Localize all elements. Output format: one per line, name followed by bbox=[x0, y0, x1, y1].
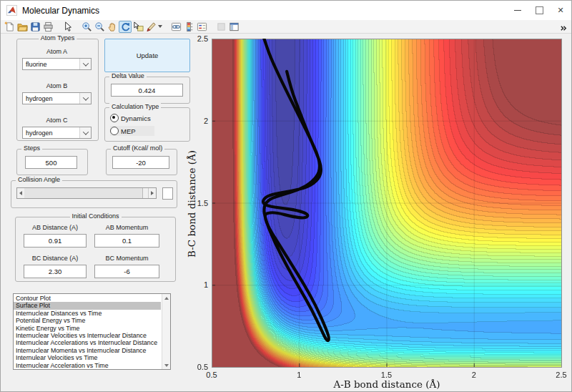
mep-radio-label: MEP bbox=[121, 127, 136, 135]
app-window: Molecular Dynamics ✕ bbox=[0, 0, 572, 392]
atom-a-label: Atom A bbox=[16, 48, 97, 55]
update-button[interactable]: Update bbox=[104, 39, 190, 72]
overflow-chevrons-icon bbox=[560, 24, 568, 32]
arrow-up-icon bbox=[164, 297, 169, 300]
steps-input[interactable] bbox=[25, 156, 77, 169]
figure-toolbar bbox=[1, 20, 571, 34]
initial-conditions-title: Initial Conditions bbox=[69, 212, 121, 220]
zoom-out-icon bbox=[94, 21, 105, 32]
dynamics-radio-label: Dynamics bbox=[121, 114, 151, 122]
maximize-button[interactable] bbox=[528, 1, 550, 20]
insert-colorbar-button[interactable] bbox=[182, 21, 195, 33]
close-button[interactable]: ✕ bbox=[550, 1, 571, 20]
atom-b-dropdown-button[interactable] bbox=[79, 93, 91, 104]
radio-selected-icon[interactable] bbox=[110, 114, 119, 122]
hide-plot-tools-button[interactable] bbox=[214, 21, 227, 33]
toolbar-overflow-button[interactable] bbox=[560, 22, 568, 35]
contour-plot-canvas[interactable] bbox=[212, 39, 562, 368]
plot-type-option[interactable]: Internuclear Momenta vs Internuclear Dis… bbox=[14, 347, 161, 354]
arrow-right-icon bbox=[151, 191, 154, 195]
window-title: Molecular Dynamics bbox=[22, 6, 99, 16]
brush-icon bbox=[146, 21, 157, 32]
plot-type-option[interactable]: Potential Energy vs Time bbox=[14, 317, 161, 324]
slider-right-arrow-button[interactable] bbox=[148, 188, 156, 198]
insert-legend-button[interactable] bbox=[195, 21, 208, 33]
plot-type-option[interactable]: Contour Plot bbox=[14, 295, 161, 302]
collision-angle-input[interactable] bbox=[162, 187, 173, 200]
plot-type-option[interactable]: Internuclear Distances vs Time bbox=[14, 310, 161, 317]
atom-c-select[interactable]: hydrogen bbox=[22, 127, 92, 139]
chevron-down-icon bbox=[82, 129, 88, 134]
print-figure-button[interactable] bbox=[41, 21, 54, 33]
chevron-down-icon bbox=[82, 94, 88, 100]
plot-type-option[interactable]: Internuclear Acceleration vs Time bbox=[14, 362, 161, 369]
x-tick-label: 0.5 bbox=[197, 371, 226, 379]
zoom-in-icon bbox=[82, 21, 92, 32]
slider-thumb[interactable] bbox=[24, 188, 143, 198]
delta-value-title: Delta Value bbox=[109, 72, 147, 79]
bc-momentum-input[interactable] bbox=[94, 265, 159, 278]
radio-unselected-icon[interactable] bbox=[110, 127, 119, 135]
bc-momentum-label: BC Momentum bbox=[94, 255, 159, 262]
plot-type-option[interactable]: Internuclear Momenta vs Time bbox=[14, 369, 161, 370]
atom-b-select[interactable]: hydrogen bbox=[22, 92, 92, 104]
plot-type-option[interactable]: Internuclear Velocities vs Internuclear … bbox=[14, 332, 161, 339]
bc-distance-input[interactable] bbox=[24, 265, 87, 278]
pan-button[interactable] bbox=[106, 21, 119, 33]
atom-c-dropdown-button[interactable] bbox=[79, 127, 91, 138]
x-axis-label: A-B bond distance (Å) bbox=[301, 378, 473, 390]
ab-momentum-input[interactable] bbox=[94, 234, 159, 248]
colorbar-icon bbox=[184, 21, 194, 32]
save-floppy-icon bbox=[30, 21, 41, 32]
y-axis-label: B-C bond distance (Å) bbox=[186, 118, 197, 290]
collision-angle-title: Collision Angle bbox=[16, 176, 62, 183]
ab-distance-input[interactable] bbox=[24, 234, 87, 248]
listbox-scrollbar[interactable] bbox=[162, 294, 170, 369]
printer-icon bbox=[43, 21, 54, 32]
zoom-out-button[interactable] bbox=[93, 21, 106, 33]
collision-angle-slider[interactable] bbox=[16, 187, 157, 199]
chevron-down-icon bbox=[82, 60, 88, 66]
plot-type-option[interactable]: Internulear Velocities vs Time bbox=[14, 354, 161, 361]
brush-button[interactable] bbox=[144, 21, 157, 33]
y-tick-label: 0.5 bbox=[185, 363, 208, 371]
save-figure-button[interactable] bbox=[29, 21, 41, 33]
dynamics-radio-row[interactable]: Dynamics bbox=[110, 113, 151, 123]
matlab-app-icon bbox=[6, 5, 17, 16]
plot-type-list-rows: Contour PlotSurface PlotInternuclear Dis… bbox=[14, 295, 161, 370]
minimize-button[interactable] bbox=[507, 1, 528, 20]
plot-type-listbox[interactable]: Contour PlotSurface PlotInternuclear Dis… bbox=[13, 293, 171, 370]
y-tick-label: 2.5 bbox=[185, 34, 208, 43]
open-file-button[interactable] bbox=[16, 21, 29, 33]
new-document-icon bbox=[4, 21, 15, 32]
atom-a-dropdown-button[interactable] bbox=[79, 59, 91, 69]
link-plot-button[interactable] bbox=[169, 21, 182, 33]
mep-radio-row[interactable]: MEP bbox=[110, 126, 154, 136]
scroll-up-button[interactable] bbox=[162, 294, 170, 302]
edit-plot-button[interactable] bbox=[61, 21, 74, 33]
ab-momentum-label: AB Momentum bbox=[94, 224, 159, 231]
atom-b-value: hydrogen bbox=[23, 95, 79, 102]
bc-distance-label: BC Distance (A) bbox=[24, 255, 87, 262]
x-tick-label: 2.5 bbox=[547, 371, 572, 379]
show-plot-tools-button[interactable] bbox=[227, 21, 240, 33]
rotate-3d-button[interactable] bbox=[119, 21, 132, 33]
pan-hand-icon bbox=[107, 21, 118, 32]
data-cursor-button[interactable] bbox=[132, 21, 144, 33]
arrow-down-icon bbox=[164, 364, 169, 367]
zoom-in-button[interactable] bbox=[80, 21, 93, 33]
atom-c-value: hydrogen bbox=[23, 129, 79, 137]
plot-type-option[interactable]: Kinetic Energy vs Time bbox=[14, 325, 161, 332]
plot-type-option[interactable]: Internuclear Accelerations vs Internucle… bbox=[14, 339, 161, 346]
cutoff-input[interactable] bbox=[112, 156, 169, 169]
delta-value-input[interactable] bbox=[111, 84, 183, 97]
plot-type-option[interactable]: Surface Plot bbox=[14, 302, 161, 309]
new-figure-button[interactable] bbox=[3, 21, 16, 33]
scroll-down-button[interactable] bbox=[162, 361, 170, 369]
window-controls: ✕ bbox=[507, 1, 571, 20]
atom-c-label: Atom C bbox=[16, 117, 97, 124]
maximize-icon bbox=[536, 6, 543, 14]
atom-a-select[interactable]: fluorine bbox=[22, 58, 92, 70]
atom-types-title: Atom Types bbox=[39, 34, 77, 41]
brush-options-caret[interactable] bbox=[157, 21, 163, 33]
